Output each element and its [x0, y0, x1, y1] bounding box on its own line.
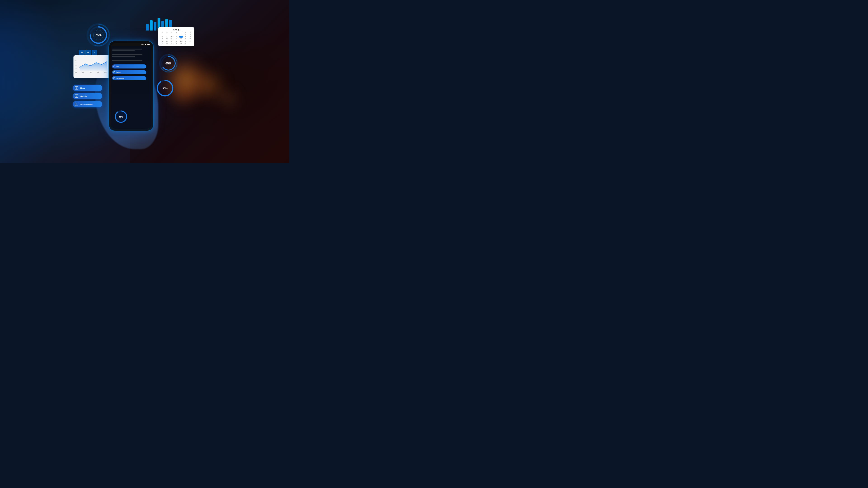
bar-3 — [154, 22, 156, 31]
cal-day-8-today: 8 — [179, 36, 183, 38]
cal-day-3: 3 — [188, 33, 193, 35]
phone-gauge-90: 90% — [114, 110, 128, 124]
svg-point-15 — [79, 67, 80, 68]
phone-btn-1[interactable]: Share — [112, 64, 146, 68]
cal-day-22: 22 — [179, 40, 183, 42]
gauge-90-container: 90% — [156, 79, 174, 97]
svg-text:90%: 90% — [119, 116, 123, 118]
phone-btn-1-icon — [114, 65, 115, 67]
gauge-90-svg: 90% — [156, 79, 174, 97]
cal-day-29: 29 — [179, 42, 183, 44]
chart-area: 100 80 60 40 — [75, 58, 114, 71]
cal-header-t1: T — [169, 32, 174, 33]
svg-text:100: 100 — [75, 60, 76, 61]
cal-header-f: F — [184, 32, 188, 33]
svg-point-20 — [106, 61, 107, 62]
chart-label-may: May — [104, 72, 106, 73]
cal-header-s2: S — [188, 32, 193, 33]
chart-label-apr: Apr — [97, 72, 99, 73]
cal-empty-1: - — [160, 33, 164, 35]
svg-point-17 — [90, 65, 91, 66]
phone-btn-3-icon — [114, 77, 115, 79]
cal-day-14: 14 — [174, 38, 179, 40]
gauge-75-svg: 75% — [86, 23, 111, 48]
share-button[interactable]: ⊞ Share — [73, 85, 102, 91]
cal-day-27: 27 — [169, 42, 174, 44]
cal-day-5: 5 — [165, 36, 169, 38]
cal-header-m: M — [165, 32, 169, 33]
cal-day-12: 12 — [165, 38, 169, 40]
svg-point-16 — [85, 63, 86, 64]
signal-bars: ◤ — [145, 44, 146, 45]
media-controls: ◀ ▶ ⏸ — [79, 50, 97, 55]
bar-2 — [150, 20, 153, 31]
status-bar: ▲▲▲ ◤ — [111, 43, 151, 46]
cal-header-w: W — [174, 32, 179, 33]
wifi-signal: ▲▲▲ — [141, 44, 144, 45]
calendar-title: APRIL — [160, 29, 193, 31]
chart-x-labels: Jan Feb Mar Apr May Jun — [75, 72, 114, 73]
cal-day-30: 30 — [184, 42, 188, 44]
free-download-button[interactable]: ⊡ Free Download — [73, 101, 102, 108]
cal-header-t2: T — [179, 32, 183, 33]
phone-wrapper: 75% ◀ ▶ ⏸ 2024 100 80 60 — [108, 41, 154, 131]
cal-empty-4: - — [174, 33, 179, 35]
cal-day-15: 15 — [179, 38, 183, 40]
cal-day-6: 6 — [169, 36, 174, 38]
svg-text:75%: 75% — [95, 33, 102, 37]
cal-day-20: 20 — [169, 40, 174, 42]
svg-point-19 — [101, 64, 102, 65]
media-pause-button[interactable]: ⏸ — [92, 50, 97, 55]
signup-label: Sign Up — [80, 95, 87, 97]
chart-label-mar: Mar — [90, 72, 92, 73]
media-prev-button[interactable]: ◀ — [79, 50, 85, 55]
svg-text:60: 60 — [75, 65, 76, 66]
chart-label-feb: Feb — [82, 72, 84, 73]
free-download-label: Free Download — [80, 103, 93, 105]
cal-day-16: 16 — [184, 38, 188, 40]
cal-day-21: 21 — [174, 40, 179, 42]
phone-screen: ▲▲▲ ◤ — [111, 43, 151, 129]
signup-button[interactable]: ⊕ Sign Up — [73, 93, 102, 99]
svg-text:80: 80 — [75, 62, 76, 63]
cal-day-7: 7 — [174, 36, 179, 38]
signup-icon: ⊕ — [75, 94, 78, 98]
download-icon: ⊡ — [75, 102, 78, 106]
screen-line-5 — [112, 60, 143, 61]
cal-day-28: 28 — [174, 42, 179, 44]
smartphone: ▲▲▲ ◤ — [108, 41, 154, 131]
share-icon: ⊞ — [75, 86, 78, 90]
gauge-75-container: 75% — [86, 23, 111, 48]
screen-line-3 — [112, 54, 143, 55]
gauge-90-phone-svg: 90% — [114, 110, 128, 123]
gauge-65-container: 65% — [157, 52, 180, 74]
cal-day-4: 4 — [160, 36, 164, 38]
battery-indicator — [147, 44, 150, 45]
cal-day-1: 1 — [179, 33, 183, 35]
phone-btn-3[interactable]: Free Download — [112, 76, 146, 80]
cal-day-24: 24 — [188, 40, 193, 42]
share-label: Share — [80, 87, 85, 89]
phone-btn-3-text: Free Download — [116, 78, 124, 79]
phone-btn-2[interactable]: Sign Up — [112, 70, 146, 74]
action-buttons-container: ⊞ Share ⊕ Sign Up ⊡ Free Download — [73, 85, 102, 108]
cal-empty-5: - — [188, 42, 193, 44]
media-play-button[interactable]: ▶ — [86, 50, 91, 55]
cal-day-18: 18 — [160, 40, 164, 42]
screen-content: Share Sign Up Free Download — [111, 46, 151, 81]
cal-day-11: 11 — [160, 38, 164, 40]
gauge-65-svg: 65% — [157, 52, 180, 74]
screen-line-1 — [112, 49, 143, 50]
phone-btn-2-text: Sign Up — [116, 72, 121, 73]
cal-day-2: 2 — [184, 33, 188, 35]
cal-empty-2: - — [165, 33, 169, 35]
screen-line-2 — [112, 51, 135, 51]
svg-marker-14 — [80, 62, 107, 71]
calendar-grid: S M T W T F S - - - - 1 2 3 4 5 6 7 8 — [160, 32, 193, 44]
phone-btn-2-icon — [114, 71, 115, 73]
svg-text:40: 40 — [75, 68, 76, 69]
chart-label-jan: Jan — [75, 72, 76, 73]
cal-day-19: 19 — [165, 40, 169, 42]
svg-text:65%: 65% — [165, 62, 171, 65]
screen-line-4 — [112, 56, 135, 57]
